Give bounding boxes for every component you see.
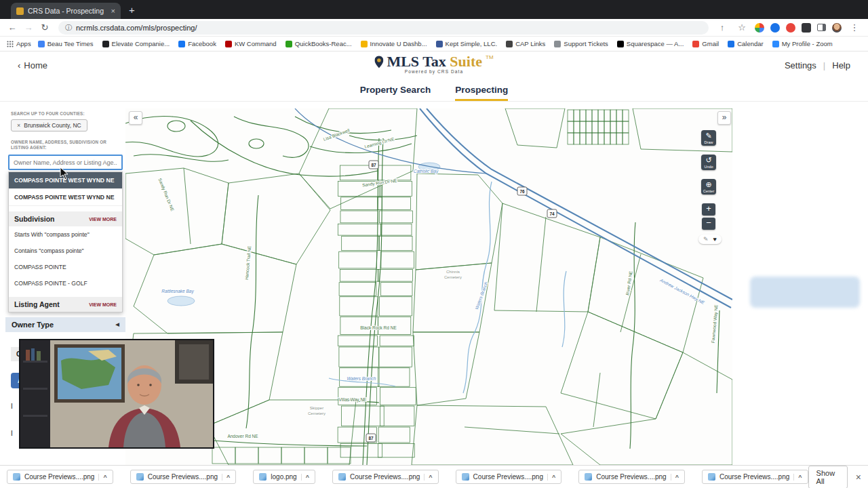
apps-bookmark[interactable]: Apps: [7, 40, 31, 47]
county-chip[interactable]: × Brunswick County, NC: [11, 119, 87, 131]
png-file-icon: [136, 473, 144, 481]
back-icon[interactable]: ←: [5, 22, 19, 33]
bookmark-item[interactable]: Squarespace — A...: [617, 40, 684, 47]
download-menu-caret[interactable]: ^: [547, 474, 555, 481]
site-info-icon[interactable]: ⓘ: [65, 23, 72, 33]
map-pin-icon: [374, 56, 383, 68]
tab-prospecting[interactable]: Prospecting: [455, 80, 508, 101]
draw-tool-button[interactable]: ✎ Draw: [701, 130, 716, 146]
bookmark-item[interactable]: Calendar: [728, 40, 764, 47]
autocomplete-dropdown: COMPASS POINTE WEST WYND NE COMPASS POIN…: [8, 171, 123, 312]
settings-link[interactable]: Settings: [785, 60, 816, 70]
bookmark-item[interactable]: Elevate Companie...: [102, 40, 170, 47]
right-panel-expand-button[interactable]: »: [717, 111, 731, 125]
listing-agent-section-header: Listing Agent VIEW MORE: [9, 297, 122, 312]
subdivision-suggestion[interactable]: COMPASS POINTE - GOLF: [9, 275, 122, 291]
undo-icon: ↺: [701, 157, 716, 164]
download-chip[interactable]: Course Previews....png ^: [456, 470, 562, 484]
extension-pinwheel-icon[interactable]: [755, 23, 764, 33]
address-bar[interactable]: ⓘ ncrmls.crsdata.com/mls/prospecting/: [58, 21, 709, 35]
download-menu-caret[interactable]: ^: [222, 474, 230, 481]
bookmark-item[interactable]: Kept Simple, LLC.: [436, 40, 498, 47]
extension-dark-icon[interactable]: [802, 23, 811, 33]
bookmark-favicon: [178, 41, 185, 47]
downloads-close-icon[interactable]: ×: [856, 472, 861, 483]
bookmark-label: QuickBooks-Reac...: [295, 40, 352, 47]
forward-icon[interactable]: →: [22, 22, 35, 33]
download-chip[interactable]: Course Previews....png ^: [578, 470, 685, 484]
download-chip[interactable]: logo.png ^: [253, 470, 315, 484]
subdivision-suggestion[interactable]: COMPASS POINTE: [9, 259, 122, 275]
bookmark-item[interactable]: Beau Tee Times: [38, 40, 94, 47]
route-shield: 87: [366, 434, 376, 442]
download-menu-caret[interactable]: ^: [424, 474, 432, 481]
map-label: Rattlesnake Bay: [161, 289, 194, 294]
map-label: Black Rock Rd NE: [360, 325, 397, 330]
home-link[interactable]: ‹ Home: [18, 60, 47, 70]
show-all-button[interactable]: Show All: [808, 466, 848, 488]
map-label: Cemetery: [308, 411, 326, 415]
download-menu-caret[interactable]: ^: [671, 474, 679, 481]
side-panel-icon[interactable]: [817, 24, 826, 31]
browser-menu-icon[interactable]: ⋮: [848, 22, 861, 33]
edit-icon[interactable]: ✎: [703, 236, 709, 243]
bookmark-item[interactable]: CAP Links: [506, 40, 545, 47]
download-chip[interactable]: Course Previews....png ^: [332, 470, 439, 484]
subdivision-view-more-link[interactable]: VIEW MORE: [89, 217, 117, 222]
download-menu-caret[interactable]: ^: [301, 474, 309, 481]
bookmark-favicon: [102, 41, 109, 47]
autocomplete-item[interactable]: COMPASS POINTE WEST WYND NE: [9, 189, 122, 206]
tab-close-icon[interactable]: ×: [111, 7, 115, 15]
zoom-in-button[interactable]: +: [702, 203, 715, 216]
subdivision-suggestion[interactable]: Starts With "compass pointe": [9, 226, 122, 243]
owner-search-label: OWNER NAME, ADDRESS, SUBDIVISION OR LIST…: [11, 140, 123, 150]
main-nav: Property Search Prospecting: [0, 80, 868, 102]
share-icon[interactable]: ↑: [715, 22, 729, 33]
extension-blue-icon[interactable]: [770, 23, 780, 33]
download-chip[interactable]: Course Previews....png ^: [7, 470, 113, 484]
bookmark-favicon: [436, 41, 443, 47]
zoom-out-button[interactable]: −: [702, 218, 715, 230]
bookmark-items: Beau Tee Times Elevate Companie... Faceb…: [38, 40, 833, 47]
bookmark-item[interactable]: Gmail: [692, 40, 719, 47]
bookmark-label: KW Command: [235, 40, 277, 47]
bookmark-item[interactable]: QuickBooks-Reac...: [285, 40, 352, 47]
owner-type-section[interactable]: Owner Type ◀: [5, 317, 125, 332]
remove-county-icon[interactable]: ×: [17, 122, 20, 129]
bookmark-item[interactable]: Support Tickets: [554, 40, 608, 47]
bookmark-star-icon[interactable]: ☆: [735, 22, 749, 33]
listing-agent-view-more-link[interactable]: VIEW MORE: [89, 302, 117, 307]
extension-red-icon[interactable]: [786, 23, 795, 33]
download-filename: Course Previews....png: [148, 473, 218, 481]
tab-property-search[interactable]: Property Search: [360, 80, 431, 101]
parcel-map[interactable]: Lisa BlackwellLearning Ln NECatholic Bay…: [125, 108, 732, 465]
center-icon: ⊕: [701, 181, 716, 188]
bookmark-item[interactable]: Innovate U Dashb...: [361, 40, 427, 47]
help-link[interactable]: Help: [832, 60, 850, 70]
download-chip[interactable]: Course Previews....png ^: [130, 470, 237, 484]
download-menu-caret[interactable]: ^: [98, 474, 106, 481]
pencil-icon: ✎: [701, 132, 716, 140]
download-chip[interactable]: Course Previews....png ^: [702, 470, 808, 484]
webcam-video-overlay[interactable]: [19, 339, 214, 449]
new-tab-button[interactable]: +: [129, 4, 135, 16]
bookmark-item[interactable]: KW Command: [225, 40, 277, 47]
png-file-icon: [338, 473, 346, 481]
bookmark-item[interactable]: Facebook: [178, 40, 216, 47]
download-menu-caret[interactable]: ^: [793, 474, 802, 481]
undo-tool-button[interactable]: ↺ Undo: [701, 155, 716, 170]
toolbar-icons: ↑ ☆ ⋮: [715, 22, 863, 33]
reload-icon[interactable]: ↻: [38, 22, 52, 33]
subdivision-suggestion[interactable]: Contains "compass pointe": [9, 243, 122, 259]
profile-avatar[interactable]: [832, 23, 842, 33]
sidebar-collapse-button[interactable]: «: [129, 111, 142, 125]
browser-tab[interactable]: CRS Data - Prospecting ×: [11, 3, 121, 19]
bookmark-item[interactable]: My Profile - Zoom: [772, 40, 833, 47]
map-background: [125, 108, 732, 465]
favorite-icon[interactable]: ♥: [713, 236, 717, 243]
browser-toolbar: ← → ↻ ⓘ ncrmls.crsdata.com/mls/prospecti…: [0, 19, 868, 37]
listing-agent-title: Listing Agent: [14, 300, 60, 308]
center-tool-button[interactable]: ⊕ Center: [701, 179, 716, 195]
bookmark-label: Innovate U Dashb...: [370, 40, 427, 47]
county-chip-label: Brunswick County, NC: [24, 122, 81, 129]
